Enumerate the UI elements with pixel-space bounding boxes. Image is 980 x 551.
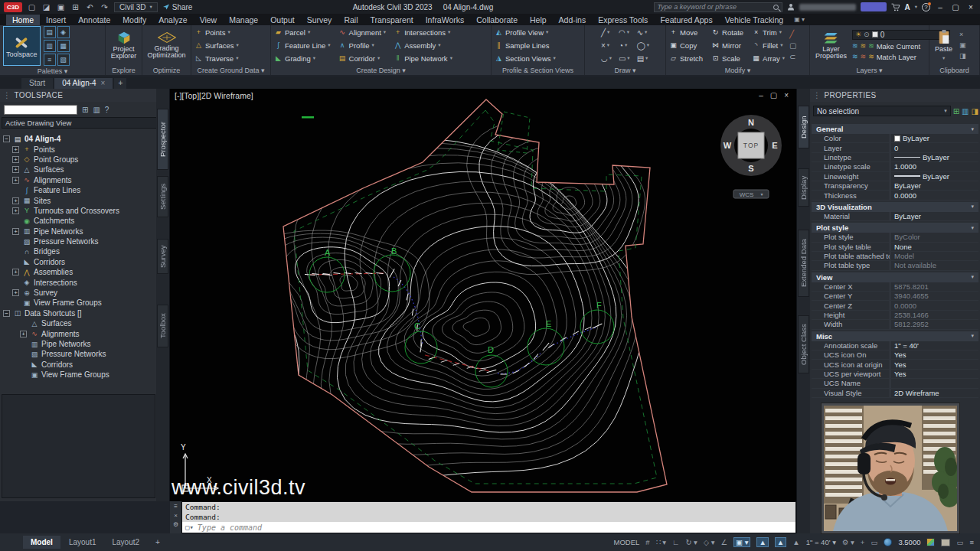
property-row[interactable]: UCS icon at originYes — [812, 360, 978, 369]
property-row[interactable]: Plot table attached toModel — [812, 252, 978, 261]
expand-toggle-icon[interactable]: + — [12, 197, 19, 204]
tree-item[interactable]: ▨ Pressure Networks — [0, 236, 156, 246]
revision-cloud-icon[interactable]: ∿▾ — [637, 27, 649, 38]
expand-toggle-icon[interactable]: + — [12, 146, 19, 153]
prospector-filter-input[interactable] — [4, 105, 77, 115]
cart-icon[interactable] — [891, 3, 900, 11]
customize-icon[interactable]: ⚙ — [173, 521, 178, 528]
tab-start[interactable]: Start — [21, 78, 53, 89]
sample-lines-button[interactable]: ∥Sample Lines — [495, 40, 556, 51]
ribbon-tab[interactable]: Vehicle Tracking — [719, 15, 789, 25]
toolspace-item-view[interactable] — [2, 394, 155, 498]
tree-item[interactable]: + ⋀ Assemblies — [0, 267, 156, 277]
property-row[interactable]: UCS Name — [812, 379, 978, 388]
drag-handle-icon[interactable]: ≡ — [174, 503, 178, 510]
toggle-pickadd-icon[interactable]: ⊞ — [953, 107, 959, 116]
corridor-button[interactable]: ▤Corridor▾ — [338, 53, 387, 64]
ribbon-tab[interactable]: Help — [524, 15, 553, 25]
parcel-button[interactable]: ▰Parcel▾ — [274, 27, 331, 38]
tab-design[interactable]: Design — [798, 106, 809, 148]
ribbon-tab[interactable]: Rail — [338, 15, 364, 25]
section-header[interactable]: Misc▾ — [812, 331, 978, 341]
tree-item[interactable]: + ◇ Point Groups — [0, 155, 156, 165]
expand-toggle-icon[interactable]: + — [12, 228, 19, 235]
tab-object-class[interactable]: Object Class — [798, 315, 809, 373]
geolocation-icon[interactable] — [884, 538, 892, 546]
tree-item[interactable]: + Y Turnouts and Crossovers — [0, 206, 156, 216]
arc-icon[interactable]: ◠▾ — [619, 27, 630, 38]
markup-palette-icon[interactable]: ≡ — [44, 54, 56, 66]
ribbon-tab[interactable]: Insert — [40, 15, 72, 25]
scale-button[interactable]: ⊡Scale — [711, 53, 746, 64]
annotation-autoscale-icon[interactable]: ▲ — [775, 537, 786, 547]
tab-model[interactable]: Model — [23, 536, 60, 549]
close-button[interactable]: × — [965, 3, 976, 11]
polar-tracking-icon[interactable]: ↻ ▾ — [685, 538, 697, 546]
layer-unisolate-icon[interactable]: ≋ — [861, 53, 867, 60]
tree-item[interactable]: − ▤ 04 Align-4 — [0, 134, 156, 144]
expand-toggle-icon[interactable]: + — [12, 156, 19, 163]
property-row[interactable]: Plot style tableNone — [812, 243, 978, 252]
erase-icon[interactable]: ▢ — [789, 41, 796, 50]
annotation-scale-icon[interactable]: ▲ — [792, 538, 799, 546]
hatch-icon[interactable]: ▤▾ — [637, 53, 649, 64]
properties-header[interactable]: ⋮PROPERTIES — [810, 89, 980, 102]
polyline-icon[interactable]: ◡▾ — [601, 53, 612, 64]
redo-icon[interactable]: ↷ — [100, 3, 109, 11]
expand-toggle-icon[interactable]: + — [12, 269, 19, 276]
toolspace-header[interactable]: ⋮TOOLSPACE — [0, 89, 169, 102]
project-explorer-button[interactable]: Project Explorer — [109, 26, 139, 64]
surfaces-button[interactable]: △Surfaces▾ — [194, 40, 239, 51]
layer-freeze-icon[interactable]: ≋ — [868, 42, 874, 50]
tab-layout1[interactable]: Layout1 — [61, 536, 104, 549]
ribbon-tab[interactable]: Modify — [116, 15, 152, 25]
rotate-button[interactable]: ↻Rotate — [711, 27, 746, 38]
compass-south[interactable]: S — [748, 164, 753, 173]
property-row[interactable]: Thickness0.0000 — [812, 191, 978, 200]
tree-item[interactable]: ʃ Feature Lines — [0, 185, 156, 195]
pencil-edit-icon[interactable]: ╱ — [789, 30, 796, 38]
trim-button[interactable]: ×Trim▾ — [752, 27, 785, 38]
ribbon-tab[interactable]: Express Tools — [592, 15, 654, 25]
command-history[interactable]: Command: Command: — [182, 502, 795, 522]
property-row[interactable]: Center Y3940.4655 — [812, 292, 978, 301]
item-view-toggle-icon[interactable]: ⊞ — [82, 106, 88, 114]
new-layout-button[interactable]: + — [148, 536, 168, 549]
draw-panel-label[interactable]: Draw ▾ — [585, 65, 665, 75]
compass-east[interactable]: E — [772, 141, 777, 150]
command-input[interactable]: ▢▾ Type a command — [182, 522, 795, 533]
profile-button[interactable]: ∧Profile▾ — [338, 40, 387, 51]
command-prompt-icon[interactable]: ▢▾ — [185, 523, 194, 531]
tree-item[interactable]: ▣ View Frame Groups — [0, 370, 156, 380]
annotation-monitor-icon[interactable]: + — [861, 538, 865, 546]
plot-icon[interactable]: ⊞ — [70, 3, 80, 11]
expand-toggle-icon[interactable]: + — [12, 166, 19, 173]
autodesk-access-icon[interactable]: A — [905, 3, 910, 11]
feature-line-button[interactable]: ʃFeature Line▾ — [274, 40, 331, 51]
palettes-panel-label[interactable]: Palettes ▾ — [0, 67, 105, 75]
expand-toggle-icon[interactable]: + — [12, 177, 19, 184]
select-objects-icon[interactable]: ▥ — [962, 107, 969, 116]
tree-item[interactable]: + + Points — [0, 144, 156, 154]
circle-icon[interactable]: ◔▾ — [619, 40, 630, 51]
viewport-minimize-icon[interactable]: – — [759, 91, 763, 99]
tree-item[interactable]: + ∿ Alignments — [0, 328, 156, 338]
viewport-close-icon[interactable]: × — [784, 91, 789, 99]
property-row[interactable]: Plot styleByColor — [812, 233, 978, 242]
property-row[interactable]: Width5812.2952 — [812, 320, 978, 329]
property-row[interactable]: TransparencyByLayer — [812, 181, 978, 191]
ribbon-tab[interactable]: Home — [6, 15, 40, 25]
ribbon-tab[interactable]: Output — [264, 15, 301, 25]
ribbon-tab[interactable]: Collaborate — [470, 15, 524, 25]
view-compass[interactable]: N S W E TOP WCS ▾ — [720, 115, 782, 198]
property-row[interactable]: LinetypeByLayer — [812, 153, 978, 162]
paste-button[interactable]: Paste ▾ — [933, 26, 955, 64]
move-button[interactable]: +Move — [669, 27, 705, 38]
expand-toggle-icon[interactable]: − — [3, 135, 10, 142]
graphics-performance-icon[interactable]: ▭ — [871, 538, 877, 546]
tab-04-align-4[interactable]: 04 Align-4× — [54, 78, 113, 89]
open-file-icon[interactable]: ◪ — [41, 3, 51, 11]
property-row[interactable]: Height2538.1466 — [812, 311, 978, 320]
property-row[interactable]: MaterialByLayer — [812, 212, 978, 221]
grading-optimization-button[interactable]: Grading Optimization — [145, 26, 188, 64]
